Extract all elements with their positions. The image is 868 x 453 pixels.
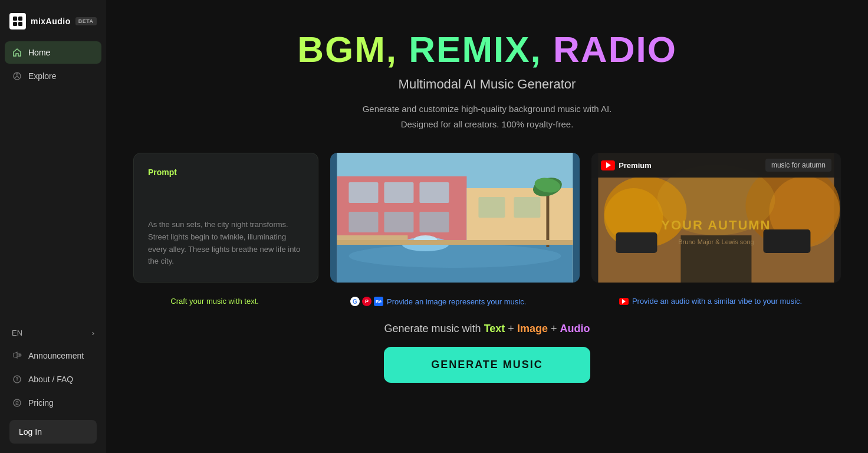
title-radio: RADIO <box>553 29 677 70</box>
svg-rect-3 <box>18 22 22 26</box>
hero-title: BGM, REMIX, RADIO <box>297 29 677 70</box>
sidebar-item-home-label: Home <box>28 48 50 57</box>
cards-row: Prompt As the sun sets, the city night t… <box>133 153 841 283</box>
generate-text-label: Text <box>484 323 505 334</box>
svg-rect-14 <box>384 182 414 203</box>
generate-music-button[interactable]: GENERATE MUSIC <box>384 347 590 383</box>
announcement-icon <box>12 350 22 361</box>
hero-desc-line1: Generate and customize high-quality back… <box>363 104 612 114</box>
music-search-tag: music for autumn <box>765 159 831 172</box>
hero-desc-line2: Designed for all creators. 100% royalty-… <box>401 119 574 129</box>
svg-rect-36 <box>764 229 811 253</box>
audio-caption-label: Provide an audio with a similar vibe to … <box>632 297 802 306</box>
svg-rect-25 <box>547 188 550 247</box>
beta-badge: BETA <box>75 17 97 25</box>
faq-icon <box>12 374 22 385</box>
logo-icon <box>9 13 26 29</box>
sidebar-item-pricing-label: Pricing <box>28 398 54 408</box>
image-caption: G P Bē Provide an image represents your … <box>308 297 568 306</box>
svg-rect-15 <box>420 182 449 203</box>
sidebar-item-explore[interactable]: Explore <box>5 65 101 87</box>
lang-label: EN <box>12 329 22 337</box>
sidebar-item-pricing[interactable]: Pricing <box>5 392 101 414</box>
svg-rect-17 <box>384 212 414 232</box>
youtube-premium: Premium <box>601 160 652 170</box>
image-card[interactable] <box>330 153 580 283</box>
main-content: BGM, REMIX, RADIO Multimodal AI Music Ge… <box>106 0 868 453</box>
sidebar-item-explore-label: Explore <box>28 71 56 81</box>
explore-icon <box>12 71 22 81</box>
svg-rect-16 <box>349 212 379 232</box>
sidebar-item-announcement-label: Announcement <box>28 351 84 360</box>
yt-small-icon <box>619 298 629 305</box>
svg-rect-1 <box>18 17 22 21</box>
prompt-label: Prompt <box>148 168 304 177</box>
youtube-premium-text: Premium <box>619 161 652 170</box>
lang-selector[interactable]: EN › <box>5 323 101 343</box>
svg-rect-28 <box>337 240 573 245</box>
text-caption-label: Craft your music with text. <box>170 297 259 306</box>
generate-plus1: + <box>508 323 514 334</box>
audio-card-header: Premium music for autumn <box>591 153 841 178</box>
behance-icon: Bē <box>374 297 383 306</box>
svg-text:Bruno Major & Lewis song: Bruno Major & Lewis song <box>678 238 754 245</box>
sidebar-item-announcement[interactable]: Announcement <box>5 344 101 367</box>
generate-audio-label: Audio <box>560 323 590 334</box>
image-caption-content: G P Bē Provide an image represents your … <box>308 297 568 306</box>
svg-rect-20 <box>514 197 541 218</box>
svg-point-5 <box>17 74 18 76</box>
nav-items: Home Explore <box>0 41 106 323</box>
svg-rect-0 <box>13 17 17 21</box>
title-remix: REMIX, <box>409 29 542 70</box>
generate-prefix: Generate music with <box>384 323 481 334</box>
title-bgm: BGM, <box>297 29 397 70</box>
sidebar-item-faq-label: About / FAQ <box>28 375 73 384</box>
sidebar-item-home[interactable]: Home <box>5 41 101 64</box>
svg-rect-13 <box>349 182 379 203</box>
lang-arrow: › <box>92 329 94 337</box>
audio-caption: Provide an audio with a similar vibe to … <box>580 297 841 306</box>
text-caption: Craft your music with text. <box>133 297 296 306</box>
cards-captions: Craft your music with text. G P Bē Provi… <box>133 297 841 306</box>
svg-rect-2 <box>13 22 17 26</box>
generate-plus2: + <box>551 323 557 334</box>
logo-text: mixAudio <box>31 17 71 26</box>
brand-icons: G P Bē <box>350 297 383 306</box>
svg-text:YOUR AUTUMN: YOUR AUTUMN <box>661 218 771 232</box>
audio-caption-content: Provide an audio with a similar vibe to … <box>580 297 841 306</box>
pricing-icon <box>12 398 22 408</box>
sidebar-item-faq[interactable]: About / FAQ <box>5 368 101 390</box>
sidebar: mixAudio BETA Home Explore EN <box>0 0 106 453</box>
text-prompt-card[interactable]: Prompt As the sun sets, the city night t… <box>133 153 318 283</box>
svg-rect-19 <box>479 197 505 218</box>
pinterest-icon: P <box>362 297 371 306</box>
svg-point-8 <box>17 380 17 381</box>
logo-area: mixAudio BETA <box>0 7 106 41</box>
hero-description: Generate and customize high-quality back… <box>363 101 612 132</box>
generate-label: Generate music with Text + Image + Audio <box>133 323 841 335</box>
image-caption-label: Provide an image represents your music. <box>387 297 526 306</box>
svg-point-22 <box>349 244 561 268</box>
prompt-content: As the sun sets, the city night transfor… <box>148 189 304 268</box>
hero-subtitle: Multimodal AI Music Generator <box>399 77 576 92</box>
audio-card[interactable]: Premium music for autumn <box>591 153 841 283</box>
login-button[interactable]: Log In <box>9 420 97 444</box>
google-icon: G <box>350 297 360 306</box>
generate-section: Generate music with Text + Image + Audio… <box>133 323 841 383</box>
sidebar-bottom: EN › Announcement About / FAQ <box>0 323 106 446</box>
svg-rect-29 <box>337 235 408 240</box>
youtube-icon <box>601 160 615 170</box>
home-icon <box>12 47 22 58</box>
svg-rect-37 <box>616 232 657 253</box>
svg-rect-18 <box>420 212 449 232</box>
generate-image-label: Image <box>517 323 548 334</box>
